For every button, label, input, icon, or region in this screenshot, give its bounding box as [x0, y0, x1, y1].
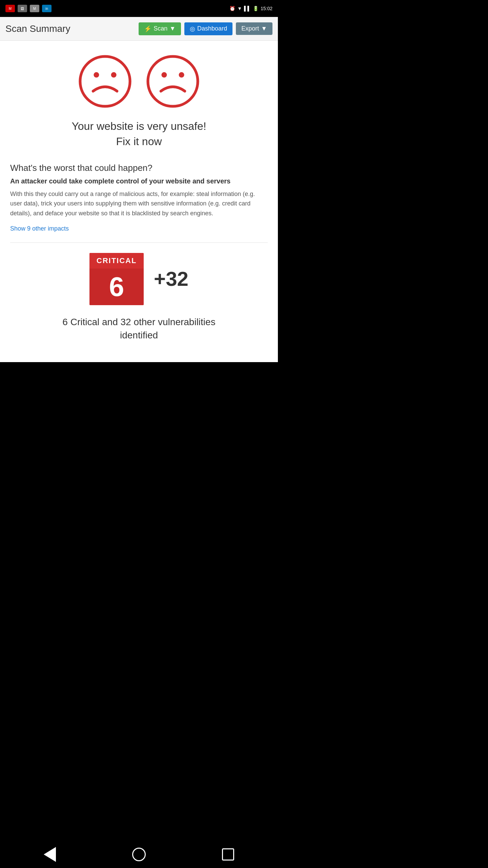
show-impacts-link[interactable]: Show 9 other impacts	[10, 225, 69, 232]
mail-icon-1: M	[5, 5, 15, 12]
status-bar-right: ⏰ ▼ ▌▌ 🔋 15:02	[229, 6, 272, 11]
dashboard-circle-icon: ◎	[190, 25, 195, 33]
svg-point-3	[148, 56, 198, 106]
dashboard-button[interactable]: ◎ Dashboard	[184, 22, 232, 35]
linkedin-icon: in	[42, 5, 52, 12]
mail-icon-2: M	[30, 5, 39, 12]
signal-icon: ▌▌	[244, 6, 251, 11]
svg-point-5	[179, 72, 184, 78]
worst-title: What's the worst that could happen?	[10, 163, 268, 173]
critical-label: CRITICAL	[89, 253, 144, 269]
section-divider	[10, 242, 268, 243]
sad-face-1	[78, 54, 132, 108]
photo-icon: 🖼	[18, 5, 27, 12]
worst-subtitle: An attacker could take complete control …	[10, 177, 268, 185]
time-display: 15:02	[261, 6, 272, 11]
wifi-icon: ▼	[237, 6, 242, 11]
critical-count: 6	[89, 269, 144, 305]
scan-button[interactable]: ⚡ Scan ▼	[139, 22, 181, 35]
app-header: Scan Summary ⚡ Scan ▼ ◎ Dashboard Export…	[0, 17, 278, 41]
scan-button-label: Scan	[154, 25, 167, 32]
dashboard-button-label: Dashboard	[197, 25, 227, 32]
worst-body: With this they could carry out a range o…	[10, 189, 268, 218]
svg-point-4	[161, 72, 167, 78]
main-content: Your website is very unsafe! Fix it now …	[0, 41, 278, 362]
sad-face-2	[146, 54, 200, 108]
export-button[interactable]: Export ▼	[236, 22, 272, 35]
main-message-line1: Your website is very unsafe!	[10, 119, 268, 134]
faces-container	[10, 54, 268, 108]
main-message-line2: Fix it now	[10, 134, 268, 149]
summary-text: 6 Critical and 32 other vulnerabilities …	[10, 315, 268, 349]
svg-point-2	[111, 72, 117, 78]
status-bar: M 🖼 M in ⏰ ▼ ▌▌ 🔋 15:02	[0, 0, 278, 17]
svg-point-1	[94, 72, 99, 78]
critical-section: CRITICAL 6 +32	[10, 253, 268, 305]
alarm-icon: ⏰	[229, 6, 235, 11]
scan-lightning-icon: ⚡	[144, 25, 151, 33]
other-count: +32	[154, 267, 188, 291]
summary-line2: identified	[10, 329, 268, 342]
export-dropdown-arrow: ▼	[261, 25, 267, 32]
critical-box: CRITICAL 6	[89, 253, 144, 305]
page-title: Scan Summary	[5, 23, 135, 34]
battery-icon: 🔋	[253, 6, 259, 11]
main-message: Your website is very unsafe! Fix it now	[10, 119, 268, 149]
status-bar-left: M 🖼 M in	[5, 5, 52, 12]
worst-section: What's the worst that could happen? An a…	[10, 163, 268, 232]
summary-line1: 6 Critical and 32 other vulnerabilities	[10, 315, 268, 329]
svg-point-0	[80, 56, 130, 106]
export-button-label: Export	[241, 25, 259, 32]
scan-dropdown-arrow: ▼	[169, 25, 176, 32]
